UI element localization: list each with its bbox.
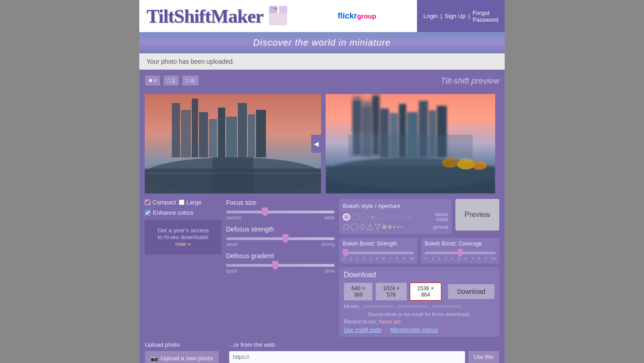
boost-strength-slider[interactable] <box>343 252 414 254</box>
camera-upload-icon: 📷 <box>151 355 158 362</box>
bokeh-hex[interactable] <box>343 223 350 231</box>
auth-bar: Login | Sign Up | ForgotPassword <box>417 0 505 32</box>
defocus-strength-group: Defocus strength weak strong <box>226 226 335 247</box>
size-1536-btn[interactable]: 1536 × 864 <box>410 283 441 301</box>
hires-btn-2[interactable] <box>397 305 428 308</box>
size-1024-btn[interactable]: 1024 × 576 <box>375 283 407 301</box>
bokeh-circle-4xs[interactable] <box>403 215 407 219</box>
bokeh-dot-xs[interactable] <box>397 226 399 228</box>
svg-point-36 <box>457 159 475 170</box>
compact-option[interactable]: Compact <box>145 199 176 206</box>
focus-size-label: Focus size <box>226 199 335 206</box>
forgot-link[interactable]: ForgotPassword <box>473 9 498 23</box>
bokeh-circle-filled[interactable] <box>343 213 350 221</box>
membership-link[interactable]: Membership signup <box>390 327 438 333</box>
defocus-max-label: strong <box>321 241 335 247</box>
upload-box: Upload photo: 📷 Upload a new photo <box>145 341 222 363</box>
right-panel: Bokeh style / Aperture <box>339 199 499 337</box>
upload-label: Upload photo: <box>145 341 222 348</box>
svg-rect-9 <box>209 119 217 157</box>
svg-point-37 <box>472 161 487 170</box>
svg-marker-42 <box>375 224 380 230</box>
bokeh-dot-sm[interactable] <box>393 226 396 228</box>
defocus-gradient-slider[interactable] <box>226 264 335 267</box>
web-url-input[interactable] <box>229 351 465 363</box>
upload-btn-label: Upload a new photo <box>161 355 213 362</box>
promo-box: Get a year's access to hi-res downloads … <box>145 220 222 255</box>
size-options: Compact Large <box>145 199 222 206</box>
original-image <box>145 94 321 193</box>
svg-rect-5 <box>172 103 180 157</box>
defocus-strength-slider[interactable] <box>226 237 335 240</box>
size-640-btn[interactable]: 640 × 360 <box>344 283 373 301</box>
download-button[interactable]: Download <box>448 284 495 299</box>
gradient-max-label: slow <box>325 268 335 273</box>
bokeh-diamond[interactable] <box>359 224 365 230</box>
preview-image-wrap <box>326 94 495 193</box>
upload-photo-btn[interactable]: 📷 Upload a new photo <box>145 351 219 363</box>
focus-min-label: narrow <box>226 215 242 220</box>
bokeh-circle-xs[interactable] <box>385 214 390 220</box>
bokeh-square[interactable] <box>351 224 358 230</box>
bokeh-circle-xxxs[interactable] <box>398 215 402 219</box>
view-camera-btn[interactable]: □ ⊙ <box>182 75 199 86</box>
bokeh-circle-dot[interactable] <box>369 213 376 221</box>
compact-checkbox[interactable] <box>145 199 151 205</box>
bokeh-circle-outline[interactable] <box>351 213 359 221</box>
bokeh-circle-lg[interactable] <box>360 213 367 221</box>
svg-rect-17 <box>213 157 253 193</box>
login-link[interactable]: Login <box>423 13 438 19</box>
promo-line3[interactable]: now » <box>150 240 216 247</box>
bokeh-dot[interactable] <box>388 225 392 229</box>
bokeh-boost-row: Bokeh Boost: Strength 0 1 2 3 4 5 6 7 8 … <box>339 238 499 264</box>
bokeh-classic-label: classic <box>435 212 448 217</box>
boost-strength-title: Bokeh Boost: Strength <box>343 240 414 247</box>
compact-icon: ■ <box>149 77 152 84</box>
hires-row: Hi-res: <box>344 303 495 310</box>
bokeh-circle-sm[interactable] <box>377 214 384 220</box>
credit-sep: - <box>385 327 387 333</box>
large-option[interactable]: Large <box>179 199 201 206</box>
view-split-btn[interactable]: □ || <box>163 75 179 86</box>
columns-icon: || <box>172 77 175 84</box>
focus-size-slider[interactable] <box>226 211 335 213</box>
bokeh-circle-xxs[interactable] <box>392 215 396 219</box>
web-row: Use this <box>229 351 499 363</box>
bokeh-motifa-label: motifa <box>436 217 448 222</box>
signup-link[interactable]: Sign Up <box>445 13 465 19</box>
bokeh-dot-lg[interactable] <box>382 225 387 229</box>
bokeh-triangle-inv[interactable] <box>374 224 381 230</box>
web-upload-box: ...or from the web: Use this <box>229 341 499 363</box>
enhance-checkbox[interactable] <box>145 210 151 216</box>
banner: Discover the world in miniature <box>139 32 505 53</box>
hires-btn-1[interactable] <box>362 305 394 308</box>
svg-rect-10 <box>218 108 225 157</box>
upload-notice: Your photo has been uploaded. <box>139 53 505 70</box>
collapse-arrow-btn[interactable]: ◀ <box>311 135 321 153</box>
large-checkbox[interactable] <box>179 199 185 205</box>
bokeh-boost-strength-box: Bokeh Boost: Strength 0 1 2 3 4 5 6 7 8 … <box>339 238 417 264</box>
svg-marker-39 <box>344 224 349 230</box>
use-this-btn[interactable]: Use this <box>468 351 499 363</box>
hires-btn-3[interactable] <box>431 305 463 308</box>
defocus-strength-label: Defocus strength <box>226 226 335 233</box>
enhance-label: Enhance colors <box>153 209 194 216</box>
hires-label: Hi-res: <box>344 303 360 310</box>
bokeh-circle-5xs[interactable] <box>408 216 411 219</box>
credit-code-link[interactable]: Use credit code <box>344 327 381 333</box>
download-title: Download <box>344 271 495 279</box>
boost-coverage-slider[interactable] <box>425 252 496 254</box>
frame-icon: □ <box>186 77 189 84</box>
bokeh-triangle[interactable] <box>367 224 373 230</box>
bokeh-general-label: general <box>433 225 448 230</box>
svg-rect-14 <box>256 110 266 157</box>
bokeh-dot-xxs[interactable] <box>401 226 402 228</box>
preview-button[interactable]: Preview <box>455 199 499 231</box>
svg-text:🐕: 🐕 <box>273 7 279 13</box>
too-small-text: Source photo is too small for hi-res dow… <box>344 311 495 317</box>
download-box: Download 640 × 360 1024 × 576 1536 × 864… <box>339 267 499 337</box>
svg-rect-0 <box>269 13 287 25</box>
svg-marker-41 <box>367 224 373 230</box>
view-compact-btn[interactable]: ■ ≡ <box>145 75 161 86</box>
svg-marker-40 <box>360 224 365 230</box>
